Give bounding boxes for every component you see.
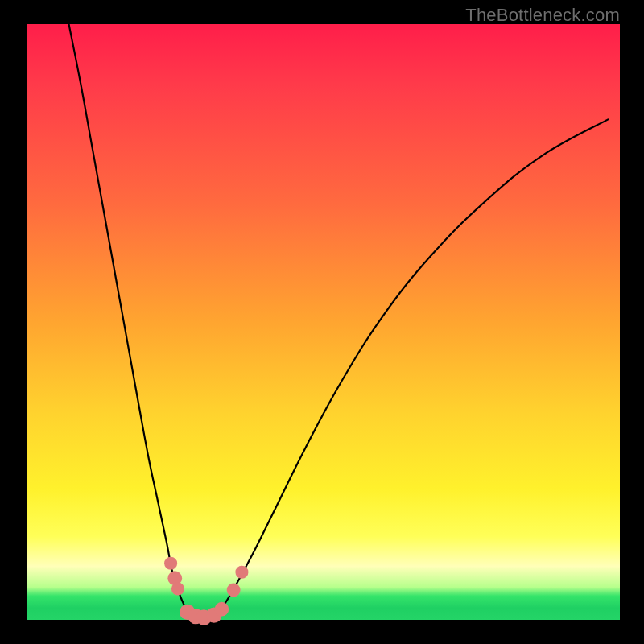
curve-marker <box>164 557 177 570</box>
curve-layer <box>27 24 620 620</box>
chart-frame: TheBottleneck.com <box>0 0 644 644</box>
bottleneck-curve <box>69 24 609 618</box>
curve-marker <box>235 566 248 579</box>
curve-marker <box>171 582 184 595</box>
watermark-text: TheBottleneck.com <box>465 5 620 26</box>
curve-marker <box>227 584 241 597</box>
curve-marker <box>215 602 229 617</box>
plot-area <box>27 24 620 620</box>
curve-markers <box>164 557 248 625</box>
